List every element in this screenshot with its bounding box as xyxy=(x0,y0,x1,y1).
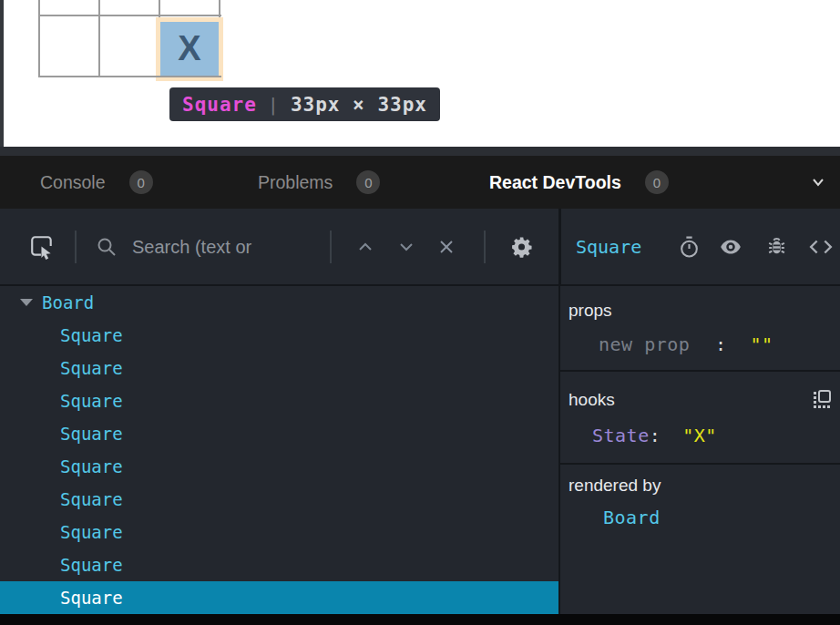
toolbar-divider xyxy=(484,231,486,263)
tree-item-label: Square xyxy=(60,456,123,476)
tree-item-square[interactable]: Square xyxy=(0,516,558,548)
inspected-page: X Square | 33px × 33px xyxy=(0,0,840,147)
tree-item-square[interactable]: Square xyxy=(0,417,558,450)
inspect-element-icon[interactable] xyxy=(29,234,55,260)
tab-console[interactable]: Console 0 xyxy=(40,156,153,209)
tree-item-label: Square xyxy=(60,588,123,608)
tree-item-label: Square xyxy=(60,489,123,509)
board-gridline xyxy=(38,15,221,16)
colon: : xyxy=(715,333,727,355)
board-gridline xyxy=(38,76,221,77)
tree-item-square[interactable]: Square xyxy=(0,483,558,516)
tree-item-square[interactable]: Square xyxy=(0,450,558,483)
rendered-by-heading: rendered by xyxy=(569,476,661,496)
view-source-code-icon[interactable] xyxy=(809,235,833,259)
tree-item-square[interactable]: Square xyxy=(0,548,558,581)
tooltip-component-name: Square xyxy=(182,94,257,116)
tree-item-label: Square xyxy=(60,522,123,542)
prop-value[interactable]: "" xyxy=(751,333,773,355)
view-dom-eye-icon[interactable] xyxy=(719,235,743,259)
props-section: props : "" xyxy=(560,286,840,370)
tree-item-square[interactable]: Square xyxy=(0,352,558,384)
tab-label: Problems xyxy=(258,172,333,193)
tree-item-square[interactable]: Square xyxy=(0,384,558,417)
tab-count-badge: 0 xyxy=(645,170,669,194)
hooks-section: hooks State: "X" xyxy=(560,372,840,463)
search-input[interactable] xyxy=(130,235,325,258)
devtools-window: X Square | 33px × 33px Console 0 Problem… xyxy=(0,0,840,625)
next-result-icon[interactable] xyxy=(396,237,416,257)
square-cell[interactable]: X xyxy=(160,22,219,76)
tree-item-label: Square xyxy=(60,424,123,444)
tree-item-square[interactable]: Square xyxy=(0,319,558,352)
tree-item-label: Board xyxy=(42,292,94,312)
colon: : xyxy=(650,425,661,446)
new-prop-input[interactable] xyxy=(599,333,693,355)
devtools-top-edge xyxy=(0,147,840,156)
tree-item-label: Square xyxy=(60,391,123,411)
tree-item-label: Square xyxy=(60,325,123,345)
tab-problems[interactable]: Problems 0 xyxy=(258,156,380,209)
tab-count-badge: 0 xyxy=(356,170,380,194)
hooks-heading: hooks xyxy=(569,390,615,410)
settings-gear-icon[interactable] xyxy=(510,235,533,258)
tree-item-square-selected[interactable]: Square xyxy=(0,581,558,614)
window-edge xyxy=(0,0,4,147)
selected-component-name: Square xyxy=(576,236,641,258)
expand-arrow-icon[interactable] xyxy=(20,299,33,306)
tree-item-label: Square xyxy=(60,555,123,575)
board-gridline xyxy=(38,0,40,77)
inspect-tooltip: Square | 33px × 33px xyxy=(169,87,440,121)
tooltip-separator: | xyxy=(268,94,280,116)
clear-search-icon[interactable] xyxy=(436,237,456,257)
components-tree: Board Square Square Square Square Square… xyxy=(0,286,558,614)
square-mark: X xyxy=(178,29,200,68)
devtools-bottom-edge xyxy=(0,614,840,625)
devtools-tabbar: Console 0 Problems 0 React DevTools 0 xyxy=(0,156,840,209)
tab-count-badge: 0 xyxy=(129,170,153,194)
chevron-down-icon[interactable] xyxy=(809,173,827,191)
parse-hook-names-icon[interactable] xyxy=(811,388,833,410)
props-heading: props xyxy=(569,301,612,321)
state-hook-value[interactable]: "X" xyxy=(682,425,717,446)
profiler-timer-icon[interactable] xyxy=(678,235,701,258)
tooltip-dimensions: 33px × 33px xyxy=(291,94,427,116)
toolbar-divider xyxy=(75,231,77,263)
toolbar-divider xyxy=(330,231,332,263)
rendered-by-owner-link[interactable]: Board xyxy=(603,507,661,528)
tree-item-label: Square xyxy=(60,358,123,378)
search-icon xyxy=(96,236,118,258)
tab-label: React DevTools xyxy=(489,172,621,193)
tab-react-devtools[interactable]: React DevTools 0 xyxy=(489,156,669,209)
state-hook-label: State xyxy=(592,425,650,446)
debug-bug-icon[interactable] xyxy=(765,235,788,258)
tree-item-board[interactable]: Board xyxy=(0,286,558,319)
react-devtools-toolbar: Square xyxy=(0,209,840,284)
previous-result-icon[interactable] xyxy=(355,237,375,257)
rendered-by-section: rendered by Board xyxy=(560,465,840,614)
board-gridline xyxy=(98,0,100,77)
tab-label: Console xyxy=(40,172,106,193)
